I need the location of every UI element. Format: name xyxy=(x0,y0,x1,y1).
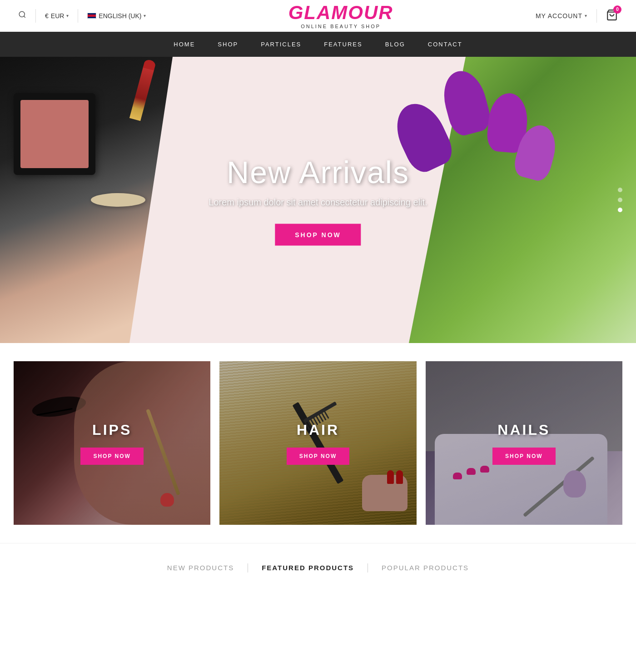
svg-point-0 xyxy=(19,11,25,17)
hair-shop-now-button[interactable]: SHOP NOW xyxy=(287,448,349,465)
currency-code: EUR xyxy=(51,12,65,20)
lips-shop-now-button[interactable]: SHOP NOW xyxy=(80,448,143,465)
category-card-hair[interactable]: HAIR SHOP NOW xyxy=(219,361,416,525)
search-button[interactable] xyxy=(18,10,26,21)
slider-dot-3[interactable] xyxy=(618,208,622,212)
cart-count-badge: 0 xyxy=(613,5,621,14)
category-card-nails[interactable]: NAILS SHOP NOW xyxy=(426,361,622,525)
nav-item-features[interactable]: FEATURES xyxy=(324,41,362,48)
account-chevron-icon: ▾ xyxy=(585,13,587,18)
hero-flowers-bg xyxy=(409,57,636,343)
hero-title: New Arrivals xyxy=(209,154,427,190)
flag-uk-icon xyxy=(87,13,96,19)
language-label: ENGLISH (UK) xyxy=(99,12,141,20)
language-chevron-icon: ▾ xyxy=(144,13,146,18)
tab-featured-products[interactable]: FEATURED PRODUCTS xyxy=(262,562,354,574)
nails-category-title: NAILS xyxy=(497,422,550,438)
nav-item-shop[interactable]: SHOP xyxy=(218,41,238,48)
powder-compact-decoration xyxy=(91,193,145,207)
logo[interactable]: GLAMOUR ONLINE BEAUTY SHOP xyxy=(288,2,393,29)
top-bar: € EUR ▾ ENGLISH (UK) ▾ GLAMOUR ONLINE BE… xyxy=(0,0,636,32)
currency-chevron-icon: ▾ xyxy=(66,13,69,18)
top-bar-left: € EUR ▾ ENGLISH (UK) ▾ xyxy=(18,9,146,23)
nav-item-blog[interactable]: BLOG xyxy=(385,41,405,48)
hero-subtitle: Lorem ipsum dolor sit amet consectetur a… xyxy=(209,197,427,208)
main-navigation: HOME SHOP PARTICLES FEATURES BLOG CONTAC… xyxy=(0,32,636,57)
lips-overlay: LIPS SHOP NOW xyxy=(14,361,210,525)
hero-section: New Arrivals Lorem ipsum dolor sit amet … xyxy=(0,57,636,343)
slider-dot-2[interactable] xyxy=(618,198,622,202)
nav-item-particles[interactable]: PARTICLES xyxy=(261,41,301,48)
svg-line-1 xyxy=(24,16,25,17)
cart-button[interactable]: 0 xyxy=(606,9,618,23)
top-bar-right: MY ACCOUNT ▾ 0 xyxy=(536,9,618,23)
my-account-button[interactable]: MY ACCOUNT ▾ xyxy=(536,12,587,20)
language-selector[interactable]: ENGLISH (UK) ▾ xyxy=(87,12,146,20)
hair-category-title: HAIR xyxy=(297,422,339,438)
my-account-label: MY ACCOUNT xyxy=(536,12,582,20)
category-card-lips[interactable]: LIPS SHOP NOW xyxy=(14,361,210,525)
divider-2 xyxy=(78,9,78,23)
hero-shop-now-button[interactable]: SHOP NOW xyxy=(275,224,361,246)
nav-item-contact[interactable]: CONTACT xyxy=(428,41,462,48)
logo-title: GLAMOUR xyxy=(288,2,393,23)
makeup-compact-decoration xyxy=(14,93,95,175)
tab-separator-2 xyxy=(368,563,368,572)
divider-1 xyxy=(35,9,36,23)
categories-section: LIPS SHOP NOW xyxy=(0,343,636,543)
slider-dots xyxy=(618,188,622,212)
tab-popular-products[interactable]: POPULAR PRODUCTS xyxy=(382,562,469,574)
tab-separator-1 xyxy=(248,563,248,572)
slider-dot-1[interactable] xyxy=(618,188,622,192)
nav-item-home[interactable]: HOME xyxy=(174,41,195,48)
logo-subtitle: ONLINE BEAUTY SHOP xyxy=(288,24,393,29)
tab-new-products[interactable]: NEW PRODUCTS xyxy=(167,562,234,574)
nails-shop-now-button[interactable]: SHOP NOW xyxy=(492,448,555,465)
currency-selector[interactable]: € EUR ▾ xyxy=(45,12,69,20)
lips-category-title: LIPS xyxy=(92,422,132,438)
product-tabs-section: NEW PRODUCTS FEATURED PRODUCTS POPULAR P… xyxy=(0,543,636,583)
compact-inner xyxy=(20,100,89,168)
currency-symbol: € xyxy=(45,12,49,20)
nails-overlay: NAILS SHOP NOW xyxy=(426,361,622,525)
divider-3 xyxy=(596,9,597,23)
hair-overlay: HAIR SHOP NOW xyxy=(219,361,416,525)
hero-content: New Arrivals Lorem ipsum dolor sit amet … xyxy=(209,154,427,246)
